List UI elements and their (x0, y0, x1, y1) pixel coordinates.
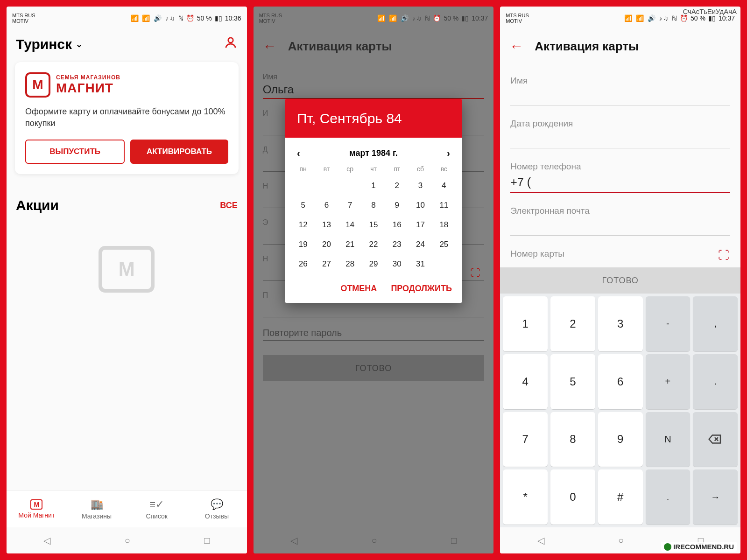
calendar-day[interactable]: 18 (432, 218, 456, 231)
calendar-day[interactable]: 27 (315, 258, 338, 271)
calendar-day[interactable]: 29 (362, 258, 385, 271)
source-badge: IRECOMMEND.RU (661, 542, 737, 552)
profile-icon[interactable] (224, 35, 238, 53)
key-.[interactable]: . (693, 354, 738, 409)
cancel-button[interactable]: ОТМЕНА (340, 284, 377, 294)
calendar-day[interactable]: 4 (432, 179, 456, 192)
next-month-button[interactable]: › (443, 146, 454, 161)
repeat-password-label[interactable]: Повторите пароль (263, 328, 485, 341)
promotions-all-link[interactable]: ВСЕ (220, 201, 237, 210)
home-button[interactable]: ○ (125, 535, 130, 546)
calendar-day[interactable]: 9 (385, 199, 409, 212)
key-3[interactable]: 3 (598, 296, 643, 351)
recent-button[interactable]: □ (204, 535, 210, 546)
key-7[interactable]: 7 (503, 412, 548, 467)
back-button[interactable]: ◁ (537, 535, 544, 546)
key-*[interactable]: * (503, 469, 548, 525)
ready-button[interactable]: ГОТОВО (263, 355, 485, 381)
calendar-day[interactable]: 3 (409, 179, 432, 192)
dow-header: пт (385, 165, 409, 173)
dow-header: чт (362, 165, 385, 173)
email-input[interactable] (510, 219, 730, 236)
enter-key[interactable]: → (693, 469, 738, 525)
qr-scan-icon[interactable]: ⛶ (470, 267, 480, 279)
activate-card-button[interactable]: АКТИВИРОВАТЬ (130, 140, 228, 164)
nav-my-magnit[interactable]: М Мой Магнит (7, 490, 67, 527)
page-title: Активация карты (288, 39, 392, 54)
key--[interactable]: - (646, 296, 691, 351)
name-input[interactable] (510, 89, 730, 105)
calendar-day[interactable]: 7 (338, 199, 362, 212)
key-2[interactable]: 2 (550, 296, 595, 351)
key-4[interactable]: 4 (503, 354, 548, 409)
month-year-label[interactable]: март 1984 г. (349, 148, 397, 158)
calendar-day[interactable]: 30 (385, 258, 409, 271)
dob-input[interactable] (510, 132, 730, 148)
prev-month-button[interactable]: ‹ (293, 146, 304, 161)
name-value[interactable]: Ольга (263, 83, 485, 99)
calendar-day[interactable]: 5 (291, 199, 315, 212)
recent-button[interactable]: □ (451, 535, 457, 546)
calendar-day[interactable]: 25 (432, 238, 456, 251)
calendar-day[interactable]: 31 (409, 258, 432, 271)
calendar-day[interactable]: 11 (432, 199, 456, 212)
calendar-day[interactable]: 10 (409, 199, 432, 212)
calendar-day[interactable]: 24 (409, 238, 432, 251)
calendar-day[interactable]: 23 (385, 238, 409, 251)
nav-list[interactable]: ≡✓ Список (127, 490, 187, 527)
carrier-2: MOTIV (259, 18, 282, 24)
back-button[interactable]: ◁ (290, 535, 297, 546)
calendar-day[interactable]: 26 (291, 258, 315, 271)
calendar-day[interactable]: 2 (385, 179, 409, 192)
calendar-day[interactable]: 21 (338, 238, 362, 251)
key-1[interactable]: 1 (503, 296, 548, 351)
calendar-day[interactable]: 16 (385, 218, 409, 231)
key-8[interactable]: 8 (550, 412, 595, 467)
back-arrow-icon[interactable]: ← (509, 38, 523, 54)
calendar-day[interactable]: 14 (338, 218, 362, 231)
key-0[interactable]: 0 (550, 469, 595, 525)
calendar-day[interactable]: 1 (362, 179, 385, 192)
nav-label: Отзывы (205, 512, 229, 520)
key-N[interactable]: N (646, 412, 691, 467)
calendar-day[interactable]: 17 (409, 218, 432, 231)
key-#[interactable]: # (598, 469, 643, 525)
nfc-icon: ℕ (425, 14, 430, 22)
statusbar: MTS RUS MOTIV 📶 📶 🔊 ♪♫ ℕ ⏰ 50 % ▮▯ 10:37 (254, 7, 494, 30)
continue-button[interactable]: ПРОДОЛЖИТЬ (391, 284, 452, 294)
qr-scan-icon[interactable]: ⛶ (718, 249, 729, 262)
calendar-day[interactable]: 13 (315, 218, 338, 231)
calendar-day[interactable]: 20 (315, 238, 338, 251)
issue-card-button[interactable]: ВЫПУСТИТЬ (25, 140, 125, 164)
calendar-day[interactable]: 15 (362, 218, 385, 231)
name-label: Имя (510, 76, 730, 86)
key-9[interactable]: 9 (598, 412, 643, 467)
calendar-day[interactable]: 12 (291, 218, 315, 231)
back-arrow-icon[interactable]: ← (263, 38, 277, 54)
key-.[interactable]: . (646, 469, 691, 525)
back-button[interactable]: ◁ (43, 535, 50, 546)
phone-input[interactable] (510, 175, 730, 193)
home-button[interactable]: ○ (618, 535, 624, 546)
key-,[interactable]: , (693, 296, 738, 351)
key-5[interactable]: 5 (550, 354, 595, 409)
nav-reviews[interactable]: 💬 Отзывы (187, 490, 247, 527)
source-text: IRECOMMEND.RU (673, 543, 734, 551)
nfc-icon: ℕ (178, 14, 183, 22)
android-nav: ◁ ○ □ (254, 527, 494, 553)
calendar-day[interactable]: 19 (291, 238, 315, 251)
chat-icon: 💬 (211, 498, 223, 511)
calendar-day[interactable]: 22 (362, 238, 385, 251)
calendar-day[interactable]: 6 (315, 199, 338, 212)
calendar-day[interactable]: 8 (362, 199, 385, 212)
home-button[interactable]: ○ (371, 535, 377, 546)
backspace-key[interactable] (693, 412, 738, 467)
ready-button[interactable]: ГОТОВО (500, 267, 740, 294)
promo-description: Оформите карту и оплачивайте бонусами до… (25, 106, 228, 129)
calendar-day[interactable]: 28 (338, 258, 362, 271)
key-6[interactable]: 6 (598, 354, 643, 409)
nav-stores[interactable]: 🏬 Магазины (67, 490, 127, 527)
dow-header: вт (315, 165, 338, 173)
key-+[interactable]: + (646, 354, 691, 409)
city-selector[interactable]: Туринск ⌄ (16, 36, 83, 52)
